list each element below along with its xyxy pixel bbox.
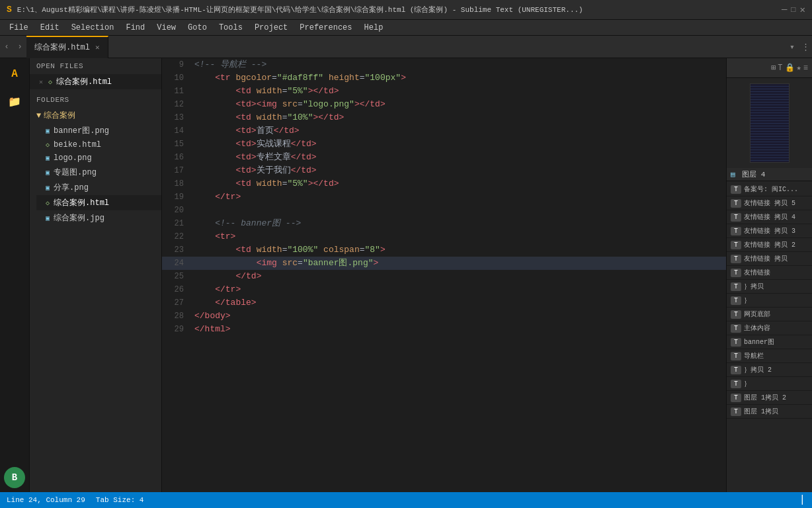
menu-item-project[interactable]: Project — [249, 22, 293, 34]
line-number: 20 — [162, 204, 192, 217]
line-content — [192, 204, 726, 217]
menu-item-goto[interactable]: Goto — [183, 22, 212, 34]
file-综合案例-jpg[interactable]: ▣ 综合案例.jpg — [36, 210, 161, 226]
layer-name: ｝拷贝 — [744, 282, 764, 291]
code-line-10: 10 <tr bgcolor="#daf8ff" height="100px"> — [162, 71, 726, 85]
line-content: <tr> — [192, 230, 726, 243]
layer-item[interactable]: T banner图 — [727, 335, 812, 349]
folder-name: 综合案例 — [44, 110, 75, 121]
line-content: <!-- 导航栏 --> — [192, 58, 726, 71]
layer-type-badge: T — [731, 227, 741, 235]
folder-arrow-icon: ▼ — [36, 111, 41, 120]
layer-item[interactable]: T 主体内容 — [727, 321, 812, 335]
line-content: </tr> — [192, 283, 726, 296]
file-beike[interactable]: ◇ beike.html — [36, 138, 161, 151]
maximize-btn[interactable]: □ — [791, 5, 795, 15]
panel-icon-menu[interactable]: ≡ — [803, 64, 808, 73]
line-number: 21 — [162, 217, 192, 230]
layer-item[interactable]: T 友情链接 拷贝 5 — [727, 196, 812, 210]
layer-type-badge: T — [731, 352, 741, 360]
line-content: </html> — [192, 323, 726, 336]
layer-item[interactable]: T ｝ — [727, 294, 812, 308]
layer-type-badge: T — [731, 213, 741, 222]
tab-close-btn[interactable]: ✕ — [95, 43, 100, 52]
folder-综合案例[interactable]: ▼ 综合案例 — [30, 108, 161, 123]
menu-item-preferences[interactable]: Preferences — [294, 22, 357, 34]
app-icon-folder[interactable]: 📁 — [3, 90, 26, 114]
line-content: <td>首页</td> — [192, 124, 726, 138]
file-name: banner图.png — [54, 125, 109, 136]
code-line-27: 27 </table> — [162, 296, 726, 310]
file-banner图[interactable]: ▣ banner图.png — [36, 123, 161, 138]
layer-item[interactable]: T ｝拷贝 — [727, 280, 812, 294]
code-editor[interactable]: 9<!-- 导航栏 -->10 <tr bgcolor="#daf8ff" he… — [162, 58, 726, 492]
file-close-icon[interactable]: ✕ — [39, 78, 43, 86]
code-content: 9<!-- 导航栏 -->10 <tr bgcolor="#daf8ff" he… — [162, 58, 726, 336]
app-logo: S — [7, 5, 12, 15]
line-number: 11 — [162, 85, 192, 98]
line-number: 13 — [162, 111, 192, 124]
line-number: 22 — [162, 230, 192, 243]
app-icon-circle[interactable]: B — [4, 467, 25, 488]
layer-item[interactable]: T 图层 1拷贝 — [727, 405, 812, 419]
line-number: 17 — [162, 164, 192, 177]
menu-item-file[interactable]: File — [4, 22, 34, 34]
open-file-综合案例[interactable]: ✕ ◇ 综合案例.html — [30, 74, 161, 89]
file-专题图[interactable]: ▣ 专题图.png — [36, 165, 161, 180]
cursor-icon: | — [799, 494, 805, 506]
close-btn[interactable]: ✕ — [800, 4, 805, 15]
menu-item-tools[interactable]: Tools — [214, 22, 248, 34]
line-number: 28 — [162, 310, 192, 323]
file-综合案例-html[interactable]: ◇ 综合案例.html — [36, 195, 161, 210]
layer-item[interactable]: T 导航栏 — [727, 349, 812, 363]
layer-name: 友情链接 拷贝 5 — [744, 198, 795, 208]
layer-item[interactable]: T 友情链接 拷贝 3 — [727, 224, 812, 238]
menu-item-view[interactable]: View — [151, 22, 181, 34]
code-line-28: 28</body> — [162, 310, 726, 323]
menu-item-edit[interactable]: Edit — [35, 22, 65, 34]
right-panel-toolbar: ⊞ T 🔒 ★ ≡ — [727, 58, 812, 78]
layer-item[interactable]: T 友情链接 拷贝 — [727, 252, 812, 266]
line-content: <td width="5%"></td> — [192, 177, 726, 190]
panel-icon-lock[interactable]: 🔒 — [785, 63, 795, 73]
file-type-icon: ◇ — [48, 78, 52, 86]
layer-item[interactable]: T 备案号: 闽IC... — [727, 183, 812, 196]
status-position: Line 24, Column 29 — [7, 496, 85, 504]
tab-dropdown-btn[interactable]: ▾ — [786, 36, 799, 58]
menu-item-help[interactable]: Help — [359, 22, 389, 34]
panel-icon-text[interactable]: T — [778, 64, 782, 73]
layer-item[interactable]: T ｝拷贝 2 — [727, 363, 812, 377]
tab-label: 综合案例.html — [34, 42, 90, 53]
menu-item-find[interactable]: Find — [120, 22, 150, 34]
layer-item[interactable]: T 友情链接 — [727, 266, 812, 280]
panel-icon-star[interactable]: ★ — [797, 63, 801, 73]
layer-name: 主体内容 — [744, 323, 770, 333]
layer-list: T 备案号: 闽IC... T 友情链接 拷贝 5 T 友情链接 拷贝 4 T … — [727, 181, 812, 420]
layer-type-badge: T — [731, 282, 741, 291]
file-logo[interactable]: ▣ logo.png — [36, 151, 161, 165]
tab-nav-prev[interactable]: ‹ — [0, 36, 13, 58]
app-icon-home[interactable]: A — [3, 62, 26, 86]
window-controls: ─ □ ✕ — [782, 4, 805, 15]
panel-icon-grid[interactable]: ⊞ — [771, 63, 776, 73]
active-tab[interactable]: 综合案例.html ✕ — [26, 36, 108, 58]
layer-type-badge: T — [731, 241, 741, 249]
tab-options-btn[interactable]: ⋮ — [799, 36, 812, 58]
layer-item[interactable]: T 图层 1拷贝 2 — [727, 391, 812, 405]
minimize-btn[interactable]: ─ — [782, 5, 787, 15]
code-line-9: 9<!-- 导航栏 --> — [162, 58, 726, 71]
line-number: 19 — [162, 190, 192, 204]
layer-item[interactable]: T 网页底部 — [727, 308, 812, 321]
file-name: logo.png — [54, 153, 92, 163]
layer-item[interactable]: T 友情链接 拷贝 4 — [727, 210, 812, 224]
line-number: 23 — [162, 243, 192, 257]
layer-type-badge: T — [731, 338, 741, 347]
tab-nav-next[interactable]: › — [13, 36, 26, 58]
line-number: 14 — [162, 124, 192, 138]
layer-item[interactable]: T ｝ — [727, 377, 812, 391]
menu-item-selection[interactable]: Selection — [66, 22, 120, 34]
file-icon-img: ▣ — [46, 184, 50, 192]
layer-item[interactable]: T 友情链接 拷贝 2 — [727, 238, 812, 252]
layer-name: 网页底部 — [744, 310, 770, 319]
file-分享[interactable]: ▣ 分享.png — [36, 180, 161, 195]
